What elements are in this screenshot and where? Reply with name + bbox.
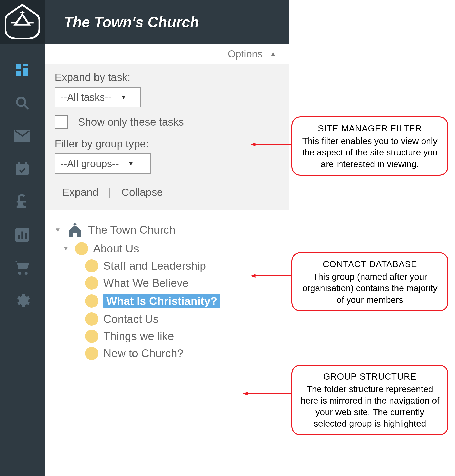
tree-item-newtochurch[interactable]: New to Church? — [50, 345, 284, 362]
show-only-label: Show only these tasks — [78, 116, 184, 128]
svg-line-7 — [24, 105, 28, 109]
folder-icon — [85, 259, 98, 272]
callout-title: SITE MANAGER FILTER — [299, 123, 440, 134]
show-only-row: Show only these tasks — [55, 115, 279, 129]
finance-icon[interactable] — [13, 193, 31, 211]
svg-marker-23 — [243, 392, 248, 395]
logo-icon — [5, 4, 40, 39]
tree-item-label: About Us — [93, 242, 139, 255]
tree-item-label: Contact Us — [103, 313, 159, 325]
filter-panel: Expand by task: --All tasks-- ▼ Show onl… — [45, 64, 289, 210]
groups-select[interactable]: --All groups-- ▼ — [55, 153, 151, 174]
dashboard-icon[interactable] — [13, 61, 31, 79]
callout-body: This filter enables you to view only the… — [299, 135, 440, 170]
groups-select-value: --All groups-- — [55, 154, 124, 173]
tree-item-thingswelike[interactable]: Things we like — [50, 328, 284, 345]
tree-item-label: Staff and Leadership — [103, 260, 206, 272]
callout-body: This group (named after your organisatio… — [299, 271, 440, 306]
expand-collapse-row: Expand | Collapse — [55, 182, 279, 201]
svg-rect-3 — [23, 64, 28, 66]
svg-point-6 — [17, 98, 25, 106]
folder-icon — [85, 347, 98, 360]
tree-root-row[interactable]: ▼ The Town Church — [50, 220, 284, 240]
tree-item-contact[interactable]: Contact Us — [50, 310, 284, 328]
tree-root-label: The Town Church — [88, 224, 175, 236]
folder-icon — [85, 330, 98, 343]
divider: | — [108, 186, 111, 199]
svg-rect-13 — [18, 235, 20, 239]
svg-rect-10 — [18, 162, 20, 166]
mail-icon[interactable] — [13, 127, 31, 145]
gear-icon[interactable] — [13, 292, 31, 309]
callout-filter: SITE MANAGER FILTER This filter enables … — [291, 116, 448, 176]
folder-icon — [85, 276, 98, 290]
cart-icon[interactable] — [13, 259, 31, 276]
calendar-icon[interactable] — [13, 160, 31, 178]
svg-point-16 — [18, 272, 21, 275]
arrow-icon — [243, 391, 294, 396]
expand-all-button[interactable]: Expand — [62, 186, 98, 199]
svg-rect-5 — [16, 71, 21, 76]
folder-icon — [75, 242, 88, 255]
svg-rect-9 — [16, 164, 29, 175]
callout-structure: GROUP STRUCTURE The folder structure rep… — [291, 365, 448, 435]
tree-item-believe[interactable]: What We Believe — [50, 274, 284, 292]
callout-body: The folder structure represented here is… — [299, 383, 440, 429]
folder-icon — [85, 294, 98, 308]
chevron-down-icon: ▼ — [117, 94, 130, 101]
tasks-select[interactable]: --All tasks-- ▼ — [55, 87, 141, 107]
nav-icons-list — [0, 44, 45, 309]
folder-icon — [85, 312, 98, 326]
chevron-up-icon: ▲ — [270, 50, 277, 58]
expand-by-task-label: Expand by task: — [55, 71, 279, 84]
svg-rect-4 — [23, 68, 28, 76]
svg-rect-2 — [16, 64, 21, 69]
tasks-select-value: --All tasks-- — [55, 88, 117, 107]
topbar: The Town's Church — [45, 0, 289, 44]
collapse-all-button[interactable]: Collapse — [121, 186, 163, 199]
chevron-down-icon: ▼ — [54, 226, 62, 233]
svg-rect-15 — [25, 233, 27, 239]
tree-item-label-selected: What Is Christianity? — [103, 294, 220, 308]
callout-title: CONTACT DATABASE — [299, 258, 440, 270]
tree-item-staff[interactable]: Staff and Leadership — [50, 257, 284, 274]
svg-marker-19 — [251, 143, 255, 146]
tree-item-label: New to Church? — [103, 347, 183, 360]
tree-item-label: What We Believe — [103, 277, 189, 289]
svg-rect-11 — [25, 162, 27, 166]
church-icon — [67, 222, 83, 238]
options-toggle[interactable]: Options ▲ — [45, 44, 289, 64]
svg-rect-14 — [21, 232, 23, 239]
options-label: Options — [228, 48, 262, 60]
tree-item-label: Things we like — [103, 330, 174, 343]
callout-database: CONTACT DATABASE This group (named after… — [291, 252, 448, 311]
page-title: The Town's Church — [64, 13, 199, 30]
site-tree: ▼ The Town Church ▼ About Us Staff and L… — [45, 210, 289, 362]
show-only-checkbox[interactable] — [55, 115, 68, 129]
chevron-down-icon: ▼ — [124, 160, 138, 167]
chevron-down-icon: ▼ — [62, 245, 70, 252]
arrow-icon — [251, 273, 294, 279]
sidebar-nav — [0, 0, 45, 476]
stats-icon[interactable] — [13, 226, 31, 244]
app-container: The Town's Church Options ▲ Expand by ta… — [0, 0, 289, 476]
tree-item-about-us[interactable]: ▼ About Us — [50, 240, 284, 257]
logo-container — [0, 0, 45, 44]
filter-by-group-label: Filter by group type: — [55, 138, 279, 150]
tree-item-christianity[interactable]: What Is Christianity? — [50, 292, 284, 310]
svg-point-17 — [25, 272, 28, 275]
arrow-icon — [251, 142, 294, 147]
main-column: The Town's Church Options ▲ Expand by ta… — [45, 0, 289, 476]
callout-title: GROUP STRUCTURE — [299, 371, 440, 382]
search-icon[interactable] — [13, 94, 31, 112]
svg-marker-21 — [251, 274, 255, 278]
